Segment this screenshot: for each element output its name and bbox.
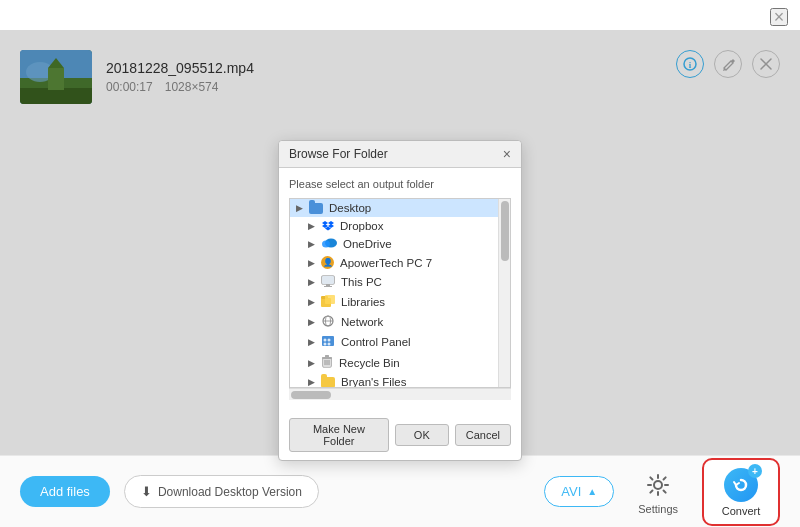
convert-label: Convert — [722, 505, 761, 517]
tree-item-label: Control Panel — [341, 336, 411, 348]
modal-title: Browse For Folder — [289, 147, 388, 161]
tree-expand-arrow: ▶ — [308, 337, 318, 347]
svg-point-16 — [322, 241, 330, 248]
svg-rect-23 — [325, 295, 335, 304]
bottom-toolbar: Add files ⬇ Download Desktop Version AVI… — [0, 455, 800, 527]
convert-icon: + — [724, 468, 758, 502]
convert-plus-icon: + — [748, 464, 762, 478]
tree-item-controlpanel[interactable]: ▶ Control Panel — [290, 332, 510, 352]
scrollbar-thumb — [501, 201, 509, 261]
ok-button[interactable]: OK — [395, 424, 449, 446]
folder-icon-bryans — [321, 377, 335, 388]
tree-item-label: This PC — [341, 276, 382, 288]
tree-item-desktop[interactable]: ▶ Desktop — [290, 199, 510, 217]
tree-item-dropbox[interactable]: ▶ Dropbox — [290, 217, 510, 235]
svg-point-30 — [324, 343, 327, 346]
cancel-button[interactable]: Cancel — [455, 424, 511, 446]
settings-label: Settings — [638, 503, 678, 515]
horizontal-scrollbar[interactable] — [289, 388, 511, 400]
svg-point-39 — [654, 481, 662, 489]
modal-header: Browse For Folder × — [279, 141, 521, 168]
download-icon: ⬇ — [141, 484, 152, 499]
settings-gear-icon — [642, 469, 674, 501]
svg-point-28 — [324, 339, 327, 342]
download-label: Download Desktop Version — [158, 485, 302, 499]
tree-item-label: OneDrive — [343, 238, 392, 250]
folder-icon-desktop — [309, 203, 323, 214]
svg-point-29 — [328, 339, 331, 342]
tree-expand-arrow: ▶ — [308, 239, 318, 249]
pc-icon — [321, 275, 335, 289]
tree-item-onedrive[interactable]: ▶ OneDrive — [290, 235, 510, 253]
add-files-button[interactable]: Add files — [20, 476, 110, 507]
tree-item-apowertech[interactable]: ▶ 👤 ApowerTech PC 7 — [290, 253, 510, 272]
person-icon: 👤 — [321, 256, 334, 269]
tree-item-bryans-files[interactable]: ▶ Bryan's Files — [290, 373, 510, 388]
modal-body: Please select an output folder ▶ Desktop… — [279, 168, 521, 410]
modal-close-button[interactable]: × — [503, 147, 511, 161]
svg-point-31 — [328, 343, 331, 346]
browse-folder-dialog: Browse For Folder × Please select an out… — [278, 140, 522, 461]
tree-item-label: Network — [341, 316, 383, 328]
tree-expand-arrow: ▶ — [308, 297, 318, 307]
svg-rect-20 — [324, 286, 332, 287]
window-close-button[interactable]: × — [770, 8, 788, 26]
settings-button[interactable]: Settings — [628, 465, 688, 519]
file-area: 20181228_095512.mp4 00:00:17 1028×574 i — [0, 30, 800, 455]
convert-button-wrap: + Convert — [702, 458, 780, 526]
format-label: AVI — [561, 484, 581, 499]
folder-tree[interactable]: ▶ Desktop ▶ — [289, 198, 511, 388]
tree-item-thispc[interactable]: ▶ This PC — [290, 272, 510, 292]
svg-rect-38 — [325, 355, 329, 357]
libraries-icon — [321, 295, 335, 309]
svg-rect-18 — [322, 276, 334, 284]
tree-expand-arrow: ▶ — [308, 317, 318, 327]
onedrive-icon — [321, 238, 337, 250]
svg-rect-19 — [326, 284, 330, 286]
svg-rect-37 — [322, 357, 332, 359]
modal-instruction: Please select an output folder — [289, 178, 511, 190]
tree-item-recyclebin[interactable]: ▶ — [290, 352, 510, 373]
tree-expand-arrow: ▶ — [308, 377, 318, 387]
download-desktop-button[interactable]: ⬇ Download Desktop Version — [124, 475, 319, 508]
tree-item-label: Recycle Bin — [339, 357, 400, 369]
tree-item-libraries[interactable]: ▶ Libraries — [290, 292, 510, 312]
tree-scrollbar[interactable] — [498, 199, 510, 387]
dropbox-icon — [321, 221, 334, 232]
tree-item-label: Bryan's Files — [341, 376, 406, 388]
format-selector-button[interactable]: AVI ▲ — [544, 476, 614, 507]
make-new-folder-button[interactable]: Make New Folder — [289, 418, 389, 452]
modal-overlay: Browse For Folder × Please select an out… — [0, 30, 800, 455]
recycle-bin-icon — [321, 355, 333, 370]
tree-expand-arrow: ▶ — [308, 358, 318, 368]
control-panel-icon — [321, 335, 335, 349]
app-window: × 20181228_095512.mp4 — [0, 0, 800, 527]
format-dropdown-arrow: ▲ — [587, 486, 597, 497]
tree-expand-arrow: ▶ — [308, 258, 318, 268]
hscroll-thumb — [291, 391, 331, 399]
title-bar: × — [0, 0, 800, 30]
tree-item-label: Libraries — [341, 296, 385, 308]
convert-button[interactable]: + Convert — [702, 458, 780, 526]
tree-expand-arrow: ▶ — [296, 203, 306, 213]
tree-item-label: Desktop — [329, 202, 371, 214]
network-icon — [321, 315, 335, 329]
tree-item-label: Dropbox — [340, 220, 383, 232]
tree-item-label: ApowerTech PC 7 — [340, 257, 432, 269]
tree-expand-arrow: ▶ — [308, 277, 318, 287]
tree-item-network[interactable]: ▶ Network — [290, 312, 510, 332]
tree-expand-arrow: ▶ — [308, 221, 318, 231]
modal-footer: Make New Folder OK Cancel — [279, 410, 521, 460]
